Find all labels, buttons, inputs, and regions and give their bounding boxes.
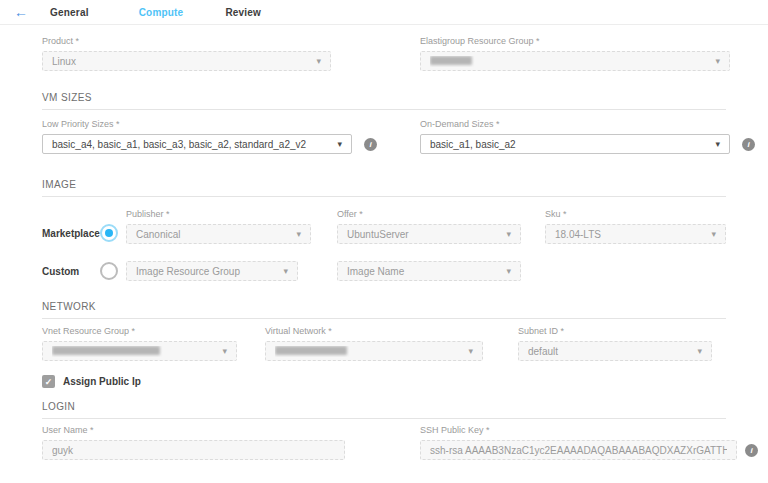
assign-public-ip-label: Assign Public Ip — [63, 376, 141, 387]
product-select[interactable]: Linux ▾ — [42, 51, 331, 71]
on-demand-sizes-label: On-Demand Sizes * — [420, 119, 730, 130]
on-demand-sizes-select[interactable]: basic_a1, basic_a2 ▾ — [420, 134, 730, 154]
chevron-down-icon: ▾ — [506, 230, 511, 239]
chevron-down-icon: ▾ — [468, 347, 473, 356]
divider — [42, 196, 726, 197]
ssh-public-key-value: ssh-rsa AAAAB3NzaC1yc2EAAAADAQABAAABAQDX… — [430, 445, 727, 456]
ssh-key-info-icon[interactable]: i — [745, 444, 758, 457]
section-title-login: LOGIN — [42, 401, 726, 413]
marketplace-label: Marketplace — [42, 228, 100, 239]
chevron-down-icon: ▾ — [222, 347, 227, 356]
sku-value: 18.04-LTS — [555, 229, 703, 240]
chevron-down-icon: ▾ — [316, 57, 321, 66]
divider — [42, 418, 726, 419]
redacted-value — [430, 56, 472, 65]
product-value: Linux — [52, 56, 308, 67]
chevron-down-icon: ▾ — [715, 140, 720, 149]
publisher-select[interactable]: Canonical ▾ — [126, 224, 311, 244]
image-resource-group-select[interactable]: Image Resource Group ▾ — [126, 261, 298, 281]
section-title-image: IMAGE — [42, 179, 726, 191]
custom-label: Custom — [42, 266, 100, 277]
section-title-network: NETWORK — [42, 301, 726, 313]
image-resource-group-placeholder: Image Resource Group — [136, 266, 275, 277]
divider — [42, 318, 726, 319]
vnet-resource-group-value — [52, 346, 214, 357]
tab-general[interactable]: General — [50, 7, 89, 18]
wizard-top-bar: ← General Compute Review — [0, 0, 768, 25]
elastigroup-resource-group-select[interactable]: ▾ — [420, 51, 730, 71]
offer-select[interactable]: UbuntuServer ▾ — [337, 224, 521, 244]
chevron-down-icon: ▾ — [283, 267, 288, 276]
vnet-resource-group-label: Vnet Resource Group * — [42, 326, 237, 337]
user-name-value: guyk — [52, 445, 335, 456]
sku-select[interactable]: 18.04-LTS ▾ — [545, 224, 726, 244]
elastigroup-resource-group-label: Elastigroup Resource Group * — [420, 36, 730, 47]
publisher-label: Publisher * — [126, 209, 311, 220]
redacted-value — [52, 346, 160, 355]
on-demand-info-icon[interactable]: i — [742, 138, 755, 151]
user-name-label: User Name * — [42, 425, 345, 436]
chevron-down-icon: ▾ — [337, 140, 342, 149]
vnet-resource-group-select[interactable]: ▾ — [42, 341, 237, 361]
virtual-network-value — [275, 346, 460, 357]
subnet-id-label: Subnet ID * — [518, 326, 712, 337]
user-name-input[interactable]: guyk — [42, 440, 345, 460]
chevron-down-icon: ▾ — [296, 230, 301, 239]
image-name-select[interactable]: Image Name ▾ — [337, 261, 521, 281]
subnet-id-select[interactable]: default ▾ — [518, 341, 712, 361]
ssh-public-key-input[interactable]: ssh-rsa AAAAB3NzaC1yc2EAAAADAQABAAABAQDX… — [420, 440, 737, 460]
low-priority-sizes-label: Low Priority Sizes * — [42, 119, 352, 130]
low-priority-sizes-value: basic_a4, basic_a1, basic_a3, basic_a2, … — [52, 139, 329, 150]
chevron-down-icon: ▾ — [711, 230, 716, 239]
low-priority-info-icon[interactable]: i — [364, 138, 377, 151]
sku-label: Sku * — [545, 209, 726, 220]
back-button[interactable]: ← — [14, 5, 28, 19]
chevron-down-icon: ▾ — [697, 347, 702, 356]
low-priority-sizes-select[interactable]: basic_a4, basic_a1, basic_a3, basic_a2, … — [42, 134, 352, 154]
redacted-value — [275, 346, 347, 355]
subnet-id-value: default — [528, 346, 689, 357]
virtual-network-select[interactable]: ▾ — [265, 341, 483, 361]
ssh-public-key-label: SSH Public Key * — [420, 425, 737, 436]
assign-public-ip-checkbox[interactable]: ✓ — [42, 375, 55, 388]
product-label: Product * — [42, 36, 331, 47]
radio-dot — [105, 229, 113, 237]
on-demand-sizes-value: basic_a1, basic_a2 — [430, 139, 707, 150]
chevron-down-icon: ▾ — [715, 57, 720, 66]
offer-value: UbuntuServer — [347, 229, 498, 240]
elastigroup-resource-group-value — [430, 56, 707, 67]
tab-compute[interactable]: Compute — [139, 7, 184, 18]
publisher-value: Canonical — [136, 229, 288, 240]
divider — [42, 109, 726, 110]
marketplace-radio[interactable] — [100, 224, 118, 242]
virtual-network-label: Virtual Network * — [265, 326, 483, 337]
chevron-down-icon: ▾ — [506, 267, 511, 276]
section-title-vm-sizes: VM SIZES — [42, 92, 726, 104]
tab-review[interactable]: Review — [225, 7, 261, 18]
image-name-placeholder: Image Name — [347, 266, 498, 277]
offer-label: Offer * — [337, 209, 521, 220]
custom-radio[interactable] — [100, 262, 118, 280]
